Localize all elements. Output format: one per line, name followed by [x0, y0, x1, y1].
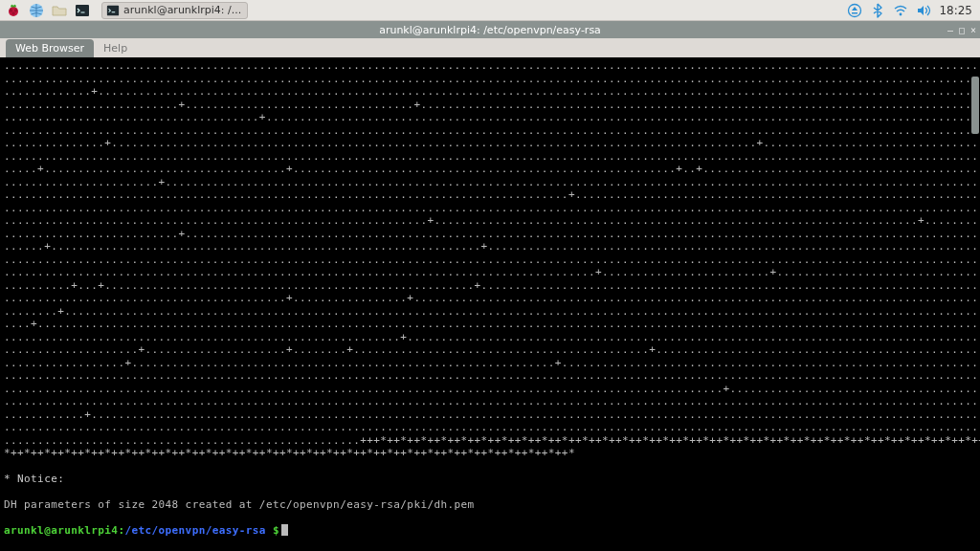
eject-media-icon[interactable] — [847, 3, 862, 18]
terminal-line: ........................................… — [4, 188, 976, 202]
system-tray: 18:25 — [847, 3, 980, 18]
menu-help[interactable]: Help — [94, 39, 137, 57]
terminal-window: ........................................… — [0, 57, 980, 551]
terminal-line: ......+.................................… — [4, 240, 976, 253]
window-maximize-button[interactable]: □ — [959, 25, 965, 35]
window-buttons: – □ × — [947, 21, 976, 38]
terminal-prompt: arunkl@arunklrpi4:/etc/openvpn/easy-rsa … — [4, 524, 976, 538]
terminal-line: ..................+.....................… — [4, 357, 976, 370]
window-titlebar[interactable]: arunkl@arunklrpi4: /etc/openvpn/easy-rsa… — [0, 21, 980, 38]
browser-tab[interactable]: Web Browser — [6, 39, 94, 57]
prompt-path: /etc/openvpn/easy-rsa — [124, 524, 265, 537]
folder-icon — [52, 3, 67, 18]
prompt-dollar: $ — [266, 524, 279, 537]
terminal-summary: DH parameters of size 2048 created at /e… — [4, 498, 976, 512]
terminal-line: *++*++*++*++*++*++*++*++*++*++*++*++*++*… — [4, 447, 976, 460]
terminal-line: ........................................… — [4, 292, 976, 305]
menu-help-label: Help — [103, 42, 127, 55]
svg-rect-5 — [76, 5, 89, 16]
terminal-line — [4, 460, 976, 474]
terminal-line: ........................................… — [4, 124, 976, 138]
svg-point-8 — [900, 12, 902, 15]
terminal-line: ........................................… — [4, 73, 976, 86]
panel-clock[interactable]: 18:25 — [939, 4, 972, 17]
terminal-cursor — [281, 524, 288, 536]
wifi-icon[interactable] — [893, 3, 908, 18]
terminal-line: ............+...........................… — [4, 408, 976, 422]
terminal-line: .............+..........................… — [4, 85, 976, 99]
svg-point-2 — [14, 9, 17, 11]
terminal-icon — [106, 4, 120, 17]
terminal-line: ........................................… — [4, 253, 976, 267]
terminal-line: ........................................… — [4, 395, 976, 408]
globe-icon — [29, 3, 44, 18]
system-panel: arunkl@arunklrpi4: /... 18:25 — [0, 0, 980, 21]
terminal-line: .......................+................… — [4, 176, 976, 189]
terminal-notice: * Notice: — [4, 473, 976, 486]
terminal-line: ........................................… — [4, 383, 976, 396]
terminal-line: ........................................… — [4, 331, 976, 344]
terminal-line: ........................................… — [4, 150, 976, 164]
terminal-output[interactable]: ........................................… — [0, 57, 980, 551]
terminal-line: ..........................+.............… — [4, 228, 976, 241]
file-manager-launcher[interactable] — [50, 2, 69, 19]
svg-rect-6 — [107, 5, 119, 15]
terminal-line: ........................................… — [4, 434, 976, 448]
terminal-line: ........................................… — [4, 214, 976, 228]
bluetooth-icon[interactable] — [870, 3, 885, 18]
terminal-scrollbar[interactable] — [971, 77, 979, 134]
terminal-line: ...............+........................… — [4, 137, 976, 150]
terminal-line: .....+..................................… — [4, 163, 976, 176]
terminal-icon — [75, 3, 90, 18]
terminal-line: ........................................… — [4, 202, 976, 215]
terminal-line: ..........+...+.........................… — [4, 279, 976, 293]
window-close-button[interactable]: × — [970, 25, 976, 35]
volume-icon[interactable] — [916, 3, 931, 18]
terminal-line — [4, 512, 976, 525]
terminal-line — [4, 486, 976, 499]
terminal-launcher-1[interactable] — [73, 2, 92, 19]
terminal-line: ........+...............................… — [4, 305, 976, 319]
panel-launchers: arunkl@arunklrpi4: /... — [0, 2, 248, 19]
terminal-line: ........................................… — [4, 266, 976, 279]
app-menu-button[interactable] — [4, 2, 23, 19]
terminal-line: ......................................+.… — [4, 111, 976, 124]
prompt-user: arunkl@arunklrpi4 — [4, 524, 118, 537]
window-minimize-button[interactable]: – — [947, 25, 953, 35]
terminal-line: ........................................… — [4, 421, 976, 434]
browser-tab-label: Web Browser — [15, 42, 84, 55]
terminal-line: ........................................… — [4, 369, 976, 383]
terminal-line: ........................................… — [4, 59, 976, 73]
svg-point-1 — [10, 9, 12, 11]
raspberry-icon — [6, 3, 21, 18]
window-tabstrip: Web Browser Help — [0, 38, 980, 57]
taskbar-active-window[interactable]: arunkl@arunklrpi4: /... — [101, 2, 248, 19]
terminal-line: ....+...................................… — [4, 318, 976, 331]
window-title: arunkl@arunklrpi4: /etc/openvpn/easy-rsa — [379, 24, 601, 36]
taskbar-window-label: arunkl@arunklrpi4: /... — [123, 4, 241, 16]
browser-launcher[interactable] — [27, 2, 46, 19]
svg-point-3 — [11, 11, 14, 14]
terminal-line: ....................+...................… — [4, 343, 976, 357]
terminal-line: ..........................+.............… — [4, 99, 976, 112]
